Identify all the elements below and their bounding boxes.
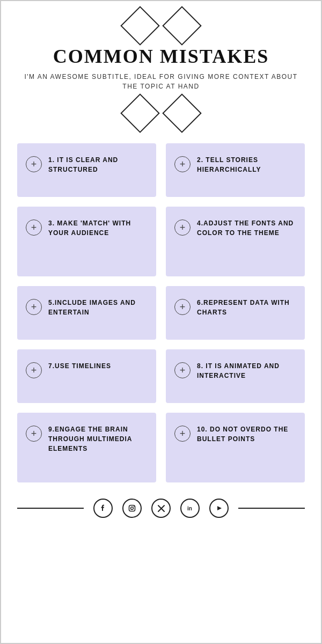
card-10-text: 10. DO NOT OVERDO THE BULLET POINTS (197, 425, 296, 444)
plus-icon: + (31, 302, 37, 312)
card-3[interactable]: + 3. MAKE 'MATCH' WITH YOUR AUDIENCE (17, 207, 156, 276)
card-4-icon: + (174, 219, 191, 236)
decorative-diamonds-top (126, 12, 196, 40)
card-1-icon: + (26, 156, 42, 172)
page-wrapper: COMMON MISTAKES I'M AN AWESOME SUBTITLE,… (1, 1, 321, 539)
diamond-right-top (162, 6, 202, 46)
card-9[interactable]: + 9.ENGAGE THE BRAIN THROUGH MULTIMEDIA … (17, 413, 156, 482)
plus-icon: + (31, 159, 37, 169)
svg-point-1 (131, 507, 134, 510)
card-5[interactable]: + 5.INCLUDE IMAGES AND ENTERTAIN (17, 286, 156, 340)
plus-icon: + (180, 302, 186, 312)
card-2-text: 2. TELL STORIES HIERARCHICALLY (197, 155, 296, 174)
card-1[interactable]: + 1. IT IS CLEAR AND STRUCTURED (17, 143, 156, 197)
card-4-text: 4.ADJUST THE FONTS AND COLOR TO THE THEM… (197, 218, 296, 238)
plus-icon: + (31, 365, 37, 375)
plus-icon: + (31, 223, 37, 232)
cards-grid: + 1. IT IS CLEAR AND STRUCTURED + 2. TEL… (17, 143, 305, 482)
card-2-icon: + (174, 156, 191, 172)
card-8-text: 8. IT IS ANIMATED AND INTERACTIVE (197, 361, 296, 380)
card-3-text: 3. MAKE 'MATCH' WITH YOUR AUDIENCE (48, 218, 148, 238)
title-area: COMMON MISTAKES I'M AN AWESOME SUBTITLE,… (17, 45, 305, 91)
plus-icon: + (31, 429, 37, 438)
card-10[interactable]: + 10. DO NOT OVERDO THE BULLET POINTS (166, 413, 305, 482)
svg-text:in: in (187, 506, 192, 511)
card-2[interactable]: + 2. TELL STORIES HIERARCHICALLY (166, 143, 305, 197)
card-7-text: 7.USE TIMELINES (48, 361, 111, 371)
card-10-icon: + (174, 426, 191, 442)
diamond-left-bottom (120, 93, 160, 133)
svg-marker-4 (217, 506, 222, 510)
social-row: in (17, 499, 305, 523)
decorative-diamonds-bottom (126, 99, 196, 127)
card-7-icon: + (26, 362, 42, 378)
page-subtitle: I'M AN AWESOME SUBTITLE, IDEAL FOR GIVIN… (17, 72, 305, 91)
diamond-right-bottom (162, 93, 202, 133)
card-8-icon: + (174, 362, 191, 378)
plus-icon: + (180, 159, 186, 169)
card-6[interactable]: + 6.REPRESENT DATA WITH CHARTS (166, 286, 305, 340)
x-twitter-icon[interactable] (151, 499, 171, 518)
card-8[interactable]: + 8. IT IS ANIMATED AND INTERACTIVE (166, 349, 305, 403)
plus-icon: + (180, 365, 186, 375)
card-5-icon: + (26, 299, 42, 315)
svg-point-2 (134, 506, 135, 507)
card-4[interactable]: + 4.ADJUST THE FONTS AND COLOR TO THE TH… (166, 207, 305, 276)
card-9-icon: + (26, 426, 42, 442)
diamond-left-top (120, 6, 160, 46)
facebook-icon[interactable] (93, 499, 113, 518)
card-9-text: 9.ENGAGE THE BRAIN THROUGH MULTIMEDIA EL… (48, 425, 148, 453)
card-7[interactable]: + 7.USE TIMELINES (17, 349, 156, 403)
linkedin-icon[interactable]: in (180, 499, 200, 518)
card-6-text: 6.REPRESENT DATA WITH CHARTS (197, 298, 296, 317)
youtube-icon[interactable] (209, 499, 229, 518)
plus-icon: + (180, 223, 186, 232)
card-3-icon: + (26, 219, 42, 236)
card-1-text: 1. IT IS CLEAR AND STRUCTURED (48, 155, 148, 174)
plus-icon: + (180, 429, 186, 438)
instagram-icon[interactable] (122, 499, 142, 518)
card-6-icon: + (174, 299, 191, 315)
card-5-text: 5.INCLUDE IMAGES AND ENTERTAIN (48, 298, 148, 317)
page-title: COMMON MISTAKES (17, 45, 305, 68)
